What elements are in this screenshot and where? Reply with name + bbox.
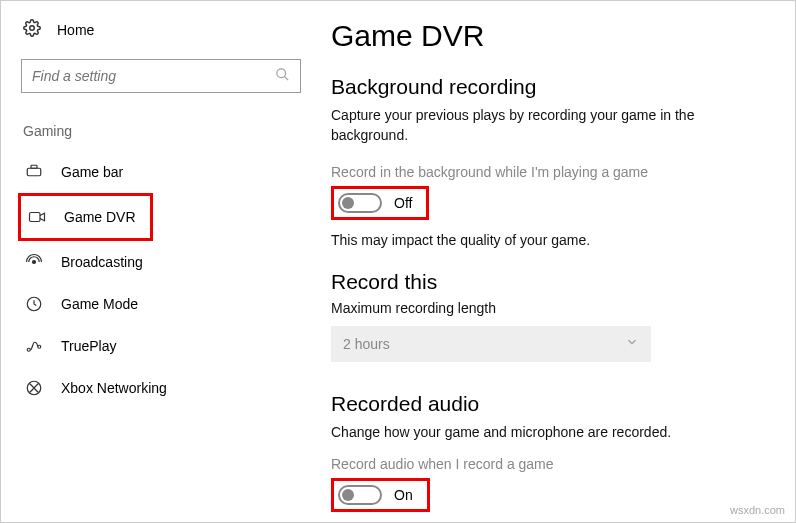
svg-rect-4 bbox=[31, 165, 37, 168]
svg-point-6 bbox=[33, 261, 36, 264]
svg-point-0 bbox=[30, 26, 35, 31]
sidebar-item-label: Xbox Networking bbox=[61, 380, 167, 396]
gear-icon bbox=[23, 19, 41, 41]
sidebar-item-xbox[interactable]: Xbox Networking bbox=[21, 367, 301, 409]
sidebar-item-trueplay[interactable]: TruePlay bbox=[21, 325, 301, 367]
sidebar-item-gamebar[interactable]: Game bar bbox=[21, 151, 301, 193]
section-audio-desc: Change how your game and microphone are … bbox=[331, 422, 767, 442]
home-link[interactable]: Home bbox=[21, 19, 301, 41]
bg-toggle-label: Record in the background while I'm playi… bbox=[331, 164, 767, 180]
record-length-label: Maximum recording length bbox=[331, 300, 767, 316]
section-audio-title: Recorded audio bbox=[331, 392, 767, 416]
sidebar-item-label: Game bar bbox=[61, 164, 123, 180]
section-bg-title: Background recording bbox=[331, 75, 767, 99]
sidebar-item-broadcasting[interactable]: Broadcasting bbox=[21, 241, 301, 283]
trueplay-icon bbox=[25, 337, 43, 355]
section-bg-desc: Capture your previous plays by recording… bbox=[331, 105, 767, 146]
toggle-switch-icon bbox=[338, 193, 382, 213]
sidebar-item-gamedvr[interactable]: Game DVR bbox=[18, 193, 153, 241]
watermark: wsxdn.com bbox=[730, 504, 785, 516]
svg-line-2 bbox=[284, 76, 288, 80]
bg-toggle-state: Off bbox=[394, 195, 412, 211]
sidebar-item-label: TruePlay bbox=[61, 338, 117, 354]
sidebar: Home Gaming Game bar Game DVR Broa bbox=[1, 1, 321, 522]
audio-toggle-state: On bbox=[394, 487, 413, 503]
broadcasting-icon bbox=[25, 253, 43, 271]
home-label: Home bbox=[57, 22, 94, 38]
xbox-icon bbox=[25, 379, 43, 397]
svg-point-9 bbox=[38, 345, 41, 348]
gamedvr-icon bbox=[28, 208, 46, 226]
svg-point-1 bbox=[277, 68, 286, 77]
impact-note: This may impact the quality of your game… bbox=[331, 232, 767, 248]
search-icon bbox=[275, 67, 290, 86]
svg-rect-3 bbox=[27, 168, 41, 176]
sidebar-item-label: Game Mode bbox=[61, 296, 138, 312]
svg-point-8 bbox=[27, 348, 30, 351]
search-box[interactable] bbox=[21, 59, 301, 93]
search-input[interactable] bbox=[32, 68, 275, 84]
page-title: Game DVR bbox=[331, 19, 767, 53]
gamebar-icon bbox=[25, 163, 43, 181]
sidebar-item-gamemode[interactable]: Game Mode bbox=[21, 283, 301, 325]
audio-toggle-label: Record audio when I record a game bbox=[331, 456, 767, 472]
sidebar-item-label: Game DVR bbox=[64, 209, 136, 225]
bg-toggle[interactable]: Off bbox=[331, 186, 429, 220]
sidebar-item-label: Broadcasting bbox=[61, 254, 143, 270]
select-value: 2 hours bbox=[343, 336, 390, 352]
category-label: Gaming bbox=[21, 123, 301, 139]
record-length-select[interactable]: 2 hours bbox=[331, 326, 651, 362]
svg-rect-5 bbox=[30, 213, 41, 222]
toggle-switch-icon bbox=[338, 485, 382, 505]
audio-toggle[interactable]: On bbox=[331, 478, 430, 512]
chevron-down-icon bbox=[625, 335, 639, 352]
gamemode-icon bbox=[25, 295, 43, 313]
main-content: Game DVR Background recording Capture yo… bbox=[321, 1, 795, 522]
section-record-title: Record this bbox=[331, 270, 767, 294]
